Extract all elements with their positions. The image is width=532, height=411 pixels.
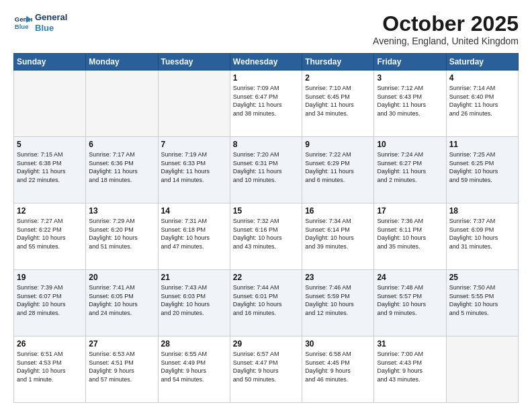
day-info: Sunrise: 7:39 AMSunset: 6:07 PMDaylight:… [17, 283, 83, 317]
day-number: 18 [449, 206, 515, 216]
logo: General Blue General Blue [13, 12, 67, 33]
day-number: 17 [377, 206, 443, 216]
calendar-cell: 11Sunrise: 7:25 AMSunset: 6:25 PMDayligh… [446, 137, 518, 203]
day-info: Sunrise: 7:41 AMSunset: 6:05 PMDaylight:… [89, 283, 154, 317]
day-number: 29 [233, 339, 299, 349]
day-info: Sunrise: 7:00 AMSunset: 4:43 PMDaylight:… [377, 350, 443, 383]
calendar-cell: 27Sunrise: 6:53 AMSunset: 4:51 PMDayligh… [86, 336, 158, 403]
day-number: 9 [305, 140, 371, 149]
calendar-cell: 10Sunrise: 7:24 AMSunset: 6:27 PMDayligh… [374, 137, 446, 203]
weekday-header-saturday: Saturday [446, 54, 518, 71]
month-title: October 2025 [373, 12, 519, 36]
day-number: 6 [89, 140, 154, 149]
calendar-cell: 4Sunrise: 7:14 AMSunset: 6:40 PMDaylight… [446, 71, 518, 137]
day-number: 16 [305, 206, 371, 216]
day-info: Sunrise: 7:24 AMSunset: 6:27 PMDaylight:… [377, 150, 443, 184]
calendar-cell: 7Sunrise: 7:19 AMSunset: 6:33 PMDaylight… [158, 137, 230, 203]
calendar-cell [14, 71, 86, 137]
calendar-cell: 16Sunrise: 7:34 AMSunset: 6:14 PMDayligh… [302, 203, 374, 270]
calendar-cell: 6Sunrise: 7:17 AMSunset: 6:36 PMDaylight… [86, 137, 158, 203]
calendar-cell: 19Sunrise: 7:39 AMSunset: 6:07 PMDayligh… [14, 270, 86, 336]
day-number: 21 [161, 273, 227, 282]
day-number: 12 [17, 206, 83, 216]
day-info: Sunrise: 6:57 AMSunset: 4:47 PMDaylight:… [233, 350, 299, 383]
calendar-cell [446, 336, 518, 403]
calendar-cell: 21Sunrise: 7:43 AMSunset: 6:03 PMDayligh… [158, 270, 230, 336]
calendar-cell: 12Sunrise: 7:27 AMSunset: 6:22 PMDayligh… [14, 203, 86, 270]
day-number: 5 [17, 140, 83, 149]
weekday-header-thursday: Thursday [302, 54, 374, 71]
calendar-cell: 22Sunrise: 7:44 AMSunset: 6:01 PMDayligh… [230, 270, 302, 336]
page: General Blue General Blue October 2025 A… [0, 0, 532, 411]
day-info: Sunrise: 7:19 AMSunset: 6:33 PMDaylight:… [161, 150, 227, 184]
day-number: 22 [233, 273, 299, 282]
calendar-cell: 18Sunrise: 7:37 AMSunset: 6:09 PMDayligh… [446, 203, 518, 270]
title-area: October 2025 Avening, England, United Ki… [373, 12, 519, 46]
day-number: 19 [17, 273, 83, 282]
day-info: Sunrise: 7:43 AMSunset: 6:03 PMDaylight:… [161, 283, 227, 317]
day-number: 30 [305, 339, 371, 349]
day-info: Sunrise: 7:34 AMSunset: 6:14 PMDaylight:… [305, 217, 371, 250]
day-number: 20 [89, 273, 154, 282]
day-info: Sunrise: 7:44 AMSunset: 6:01 PMDaylight:… [233, 283, 299, 317]
day-number: 1 [233, 73, 299, 83]
calendar-cell: 17Sunrise: 7:36 AMSunset: 6:11 PMDayligh… [374, 203, 446, 270]
day-info: Sunrise: 7:20 AMSunset: 6:31 PMDaylight:… [233, 150, 299, 184]
calendar-table: SundayMondayTuesdayWednesdayThursdayFrid… [13, 53, 519, 403]
day-info: Sunrise: 7:15 AMSunset: 6:38 PMDaylight:… [17, 150, 83, 184]
day-number: 26 [17, 339, 83, 349]
day-info: Sunrise: 7:48 AMSunset: 5:57 PMDaylight:… [377, 283, 443, 317]
weekday-header-monday: Monday [86, 54, 158, 71]
day-number: 28 [161, 339, 227, 349]
day-number: 15 [233, 206, 299, 216]
day-number: 4 [449, 73, 515, 83]
calendar-cell: 14Sunrise: 7:31 AMSunset: 6:18 PMDayligh… [158, 203, 230, 270]
day-info: Sunrise: 7:31 AMSunset: 6:18 PMDaylight:… [161, 217, 227, 250]
logo-text-blue: Blue [35, 23, 67, 34]
weekday-header-row: SundayMondayTuesdayWednesdayThursdayFrid… [14, 54, 519, 71]
day-info: Sunrise: 7:12 AMSunset: 6:43 PMDaylight:… [377, 84, 443, 118]
day-number: 14 [161, 206, 227, 216]
weekday-header-friday: Friday [374, 54, 446, 71]
week-row-3: 12Sunrise: 7:27 AMSunset: 6:22 PMDayligh… [14, 203, 519, 270]
day-info: Sunrise: 7:50 AMSunset: 5:55 PMDaylight:… [449, 283, 515, 317]
location: Avening, England, United Kingdom [373, 36, 519, 46]
calendar-cell: 30Sunrise: 6:58 AMSunset: 4:45 PMDayligh… [302, 336, 374, 403]
calendar-cell: 15Sunrise: 7:32 AMSunset: 6:16 PMDayligh… [230, 203, 302, 270]
day-number: 23 [305, 273, 371, 282]
week-row-1: 1Sunrise: 7:09 AMSunset: 6:47 PMDaylight… [14, 71, 519, 137]
day-info: Sunrise: 7:32 AMSunset: 6:16 PMDaylight:… [233, 217, 299, 250]
calendar-cell: 23Sunrise: 7:46 AMSunset: 5:59 PMDayligh… [302, 270, 374, 336]
day-info: Sunrise: 7:22 AMSunset: 6:29 PMDaylight:… [305, 150, 371, 184]
calendar-cell: 26Sunrise: 6:51 AMSunset: 4:53 PMDayligh… [14, 336, 86, 403]
day-number: 13 [89, 206, 154, 216]
day-number: 8 [233, 140, 299, 149]
day-info: Sunrise: 7:36 AMSunset: 6:11 PMDaylight:… [377, 217, 443, 250]
svg-text:Blue: Blue [15, 22, 29, 30]
calendar-cell: 8Sunrise: 7:20 AMSunset: 6:31 PMDaylight… [230, 137, 302, 203]
calendar-cell: 13Sunrise: 7:29 AMSunset: 6:20 PMDayligh… [86, 203, 158, 270]
day-info: Sunrise: 7:14 AMSunset: 6:40 PMDaylight:… [449, 84, 515, 118]
calendar-body: 1Sunrise: 7:09 AMSunset: 6:47 PMDaylight… [14, 71, 519, 403]
calendar-header: SundayMondayTuesdayWednesdayThursdayFrid… [14, 54, 519, 71]
week-row-5: 26Sunrise: 6:51 AMSunset: 4:53 PMDayligh… [14, 336, 519, 403]
day-info: Sunrise: 7:25 AMSunset: 6:25 PMDaylight:… [449, 150, 515, 184]
header: General Blue General Blue October 2025 A… [13, 12, 519, 46]
day-number: 10 [377, 140, 443, 149]
day-info: Sunrise: 7:09 AMSunset: 6:47 PMDaylight:… [233, 84, 299, 118]
calendar-cell: 20Sunrise: 7:41 AMSunset: 6:05 PMDayligh… [86, 270, 158, 336]
weekday-header-tuesday: Tuesday [158, 54, 230, 71]
day-info: Sunrise: 7:46 AMSunset: 5:59 PMDaylight:… [305, 283, 371, 317]
day-number: 24 [377, 273, 443, 282]
calendar-cell [158, 71, 230, 137]
logo-icon: General Blue [13, 13, 32, 32]
day-number: 25 [449, 273, 515, 282]
day-info: Sunrise: 7:10 AMSunset: 6:45 PMDaylight:… [305, 84, 371, 118]
calendar-cell: 3Sunrise: 7:12 AMSunset: 6:43 PMDaylight… [374, 71, 446, 137]
day-number: 3 [377, 73, 443, 83]
calendar-cell: 2Sunrise: 7:10 AMSunset: 6:45 PMDaylight… [302, 71, 374, 137]
calendar-cell: 29Sunrise: 6:57 AMSunset: 4:47 PMDayligh… [230, 336, 302, 403]
day-info: Sunrise: 6:51 AMSunset: 4:53 PMDaylight:… [17, 350, 83, 383]
day-number: 11 [449, 140, 515, 149]
day-info: Sunrise: 7:27 AMSunset: 6:22 PMDaylight:… [17, 217, 83, 250]
